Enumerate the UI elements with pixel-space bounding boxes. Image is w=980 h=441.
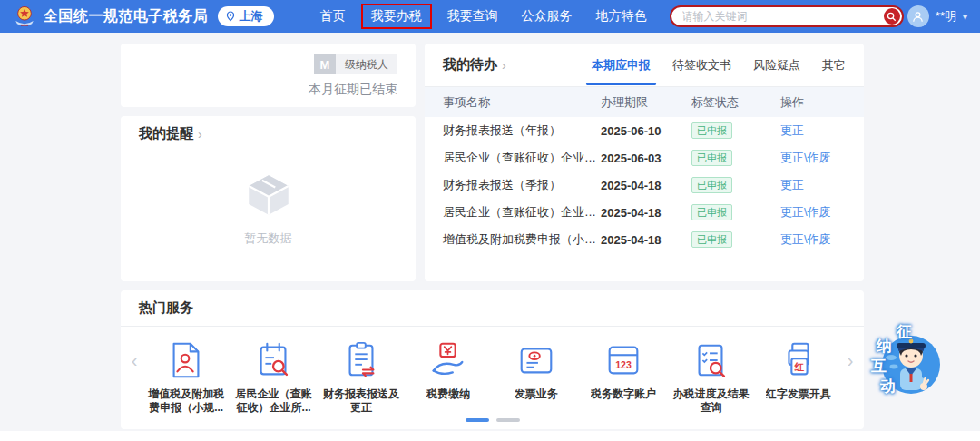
nav-item-public-service[interactable]: 公众服务 [514, 4, 581, 29]
item-name: 居民企业（查账征收）企业所得税月（... [425, 204, 601, 220]
taxpayer-level: M [314, 54, 336, 74]
service-resident-enterprise-tax[interactable]: 居民企业（查账征收）企业所... [230, 339, 317, 415]
nav-item-query[interactable]: 我要查询 [439, 4, 506, 29]
status-badge: 已申报 [691, 231, 732, 248]
service-invoice-business[interactable]: 发票业务 [493, 339, 580, 415]
action-link[interactable]: 更正 [780, 178, 804, 191]
search-bar [670, 5, 904, 27]
carousel-next-button[interactable]: › [842, 339, 858, 381]
my-reminders-header[interactable]: 我的提醒 › [121, 116, 416, 152]
search-icon [887, 12, 897, 22]
todo-tabs: 本期应申报 待签收文书 风险疑点 其它 [592, 44, 846, 85]
pagination-dot-2[interactable] [496, 418, 520, 422]
service-tax-payment[interactable]: 税费缴纳 [405, 339, 492, 415]
table-row: 增值税及附加税费申报（小规模纳税人） 2025-04-18 已申报 更正\作废 [425, 226, 864, 253]
progress-query-icon [690, 339, 731, 381]
column-deadline: 办理期限 [601, 94, 691, 111]
top-navbar: 全国统一规范电子税务局 上海 首页 我要办税 我要查询 公众服务 地方特色 [0, 0, 980, 33]
tab-risk-points[interactable]: 风险疑点 [753, 44, 800, 85]
person-icon [911, 10, 925, 24]
service-red-invoice[interactable]: 红 红字发票开具 [755, 339, 842, 415]
item-name: 财务报表报送（季报） [425, 177, 601, 193]
item-name: 增值税及附加税费申报（小规模纳税人） [425, 231, 601, 248]
location-pin-icon [225, 11, 236, 22]
status-badge: 已申报 [691, 204, 732, 220]
service-label: 居民企业（查账征收）企业所... [232, 387, 316, 415]
status-badge: 已申报 [691, 122, 732, 139]
column-action: 操作 [780, 94, 864, 111]
mascot-char-1: 征 [897, 321, 912, 342]
item-name: 财务报表报送（年报） [425, 122, 601, 139]
item-deadline: 2025-06-03 [601, 152, 691, 165]
pagination-dot-1[interactable] [466, 418, 489, 422]
resident-enterprise-tax-icon [253, 339, 295, 381]
my-reminders-card: 我的提醒 › 暂无数据 [121, 116, 416, 281]
main-nav: 首页 我要办税 我要查询 公众服务 地方特色 [312, 4, 655, 29]
taxpayer-info-card: M 级纳税人 本月征期已结束 [121, 44, 416, 107]
taxpayer-level-label: 级纳税人 [336, 54, 397, 74]
tab-other[interactable]: 其它 [822, 44, 846, 85]
action-link[interactable]: 更正\作废 [780, 205, 831, 219]
hot-services-card: 热门服务 ‹ 增值税及附加税费申报（小规... [121, 290, 864, 429]
collection-period-status: 本月征期已结束 [309, 82, 397, 98]
table-row: 财务报表报送（季报） 2025-04-18 已申报 更正 [425, 172, 864, 199]
status-badge: 已申报 [691, 177, 732, 193]
service-label: 税务数字账户 [591, 387, 656, 415]
nav-item-home[interactable]: 首页 [312, 4, 354, 29]
service-digital-account[interactable]: 123 税务数字账户 [580, 339, 667, 415]
chevron-right-icon: › [198, 127, 202, 142]
invoice-business-icon [515, 339, 557, 381]
carousel-pagination [121, 418, 864, 422]
svg-text:123: 123 [615, 359, 632, 370]
service-progress-query[interactable]: 办税进度及结果查询 [667, 339, 754, 415]
table-row: 居民企业（查账征收）企业所得税月（... 2025-04-18 已申报 更正\作… [425, 199, 864, 226]
location-label: 上海 [240, 8, 263, 24]
page: 全国统一规范电子税务局 上海 首页 我要办税 我要查询 公众服务 地方特色 [0, 0, 980, 441]
tax-bureau-emblem-icon [13, 5, 36, 28]
user-menu[interactable]: **明 ▾ [907, 5, 967, 27]
search-button[interactable] [884, 8, 900, 24]
service-label: 办税进度及结果查询 [669, 387, 752, 415]
my-todo-card: 我的待办 › 本期应申报 待签收文书 风险疑点 其它 事项名称 办理期限 标签状… [425, 44, 864, 281]
location-selector[interactable]: 上海 [218, 6, 274, 26]
digital-account-icon: 123 [603, 339, 644, 381]
nav-item-local-features[interactable]: 地方特色 [588, 4, 655, 29]
service-label: 税费缴纳 [426, 387, 470, 415]
carousel-prev-button[interactable]: ‹ [126, 339, 142, 381]
item-deadline: 2025-04-18 [601, 233, 691, 247]
action-link[interactable]: 更正\作废 [780, 232, 831, 246]
empty-state-text: 暂无数据 [121, 230, 416, 247]
hot-services-title: 热门服务 [139, 299, 193, 317]
mascot-char-4: 动 [880, 376, 896, 397]
search-input[interactable] [682, 10, 884, 23]
username: **明 [936, 8, 956, 24]
item-deadline: 2025-04-18 [601, 206, 691, 220]
svg-text:红: 红 [794, 361, 805, 372]
my-todo-title[interactable]: 我的待办 [443, 56, 497, 74]
item-deadline: 2025-06-10 [601, 124, 691, 138]
action-link[interactable]: 更正\作废 [780, 151, 831, 164]
mascot-char-3: 互 [871, 356, 887, 377]
service-financial-report[interactable]: 财务报表报送及更正 [318, 339, 405, 415]
site-title: 全国统一规范电子税务局 [44, 7, 209, 26]
chevron-right-icon: › [502, 58, 506, 73]
tab-documents-to-sign[interactable]: 待签收文书 [672, 44, 731, 85]
action-link[interactable]: 更正 [780, 123, 804, 137]
taxpayer-level-badge: M 级纳税人 [314, 54, 397, 74]
item-name: 居民企业（查账征收）企业所得税年度... [425, 150, 601, 166]
empty-box-icon [242, 169, 295, 221]
service-label: 增值税及附加税费申报（小规... [144, 387, 228, 415]
interaction-mascot-button[interactable]: 征 纳 互 动 [869, 321, 942, 408]
status-badge: 已申报 [691, 150, 732, 166]
service-vat-declaration[interactable]: 增值税及附加税费申报（小规... [142, 339, 230, 415]
mascot-char-2: 纳 [877, 336, 892, 357]
my-reminders-title: 我的提醒 [139, 125, 193, 142]
tab-current-declarations[interactable]: 本期应申报 [592, 44, 651, 85]
nav-item-tax-handling[interactable]: 我要办税 [361, 4, 432, 29]
table-row: 财务报表报送（年报） 2025-06-10 已申报 更正 [425, 117, 864, 144]
vat-declaration-icon [165, 339, 207, 381]
empty-state: 暂无数据 [121, 169, 416, 247]
column-item-name: 事项名称 [425, 94, 601, 111]
financial-report-icon [340, 339, 382, 381]
tax-payment-icon [427, 339, 469, 381]
